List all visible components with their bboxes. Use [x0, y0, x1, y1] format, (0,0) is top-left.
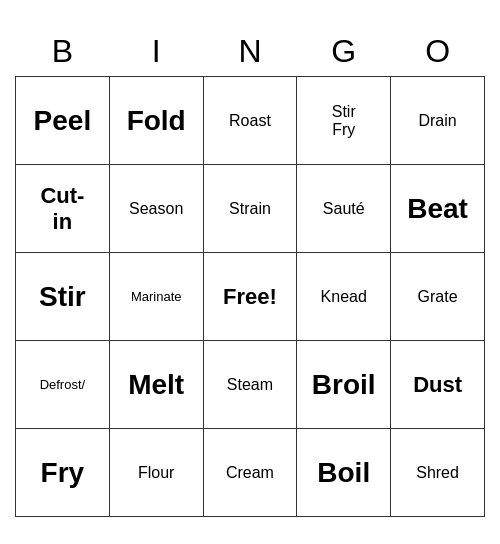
- bingo-cell-2-4: Grate: [391, 253, 485, 341]
- bingo-row-4: FryFlourCreamBoilShred: [16, 429, 485, 517]
- bingo-cell-3-4: Dust: [391, 341, 485, 429]
- bingo-cell-4-0: Fry: [16, 429, 110, 517]
- bingo-cell-1-4: Beat: [391, 165, 485, 253]
- bingo-cell-1-1: Season: [109, 165, 203, 253]
- bingo-row-2: StirMarinateFree!KneadGrate: [16, 253, 485, 341]
- header-letter-i: I: [109, 27, 203, 77]
- bingo-card: BINGO PeelFoldRoastStirFryDrainCut-inSea…: [15, 27, 485, 517]
- bingo-cell-2-2: Free!: [203, 253, 297, 341]
- bingo-cell-4-4: Shred: [391, 429, 485, 517]
- header-letter-g: G: [297, 27, 391, 77]
- bingo-cell-3-2: Steam: [203, 341, 297, 429]
- header-letter-o: O: [391, 27, 485, 77]
- bingo-cell-0-2: Roast: [203, 77, 297, 165]
- bingo-cell-1-2: Strain: [203, 165, 297, 253]
- bingo-cell-2-0: Stir: [16, 253, 110, 341]
- bingo-cell-0-0: Peel: [16, 77, 110, 165]
- bingo-row-3: Defrost/MeltSteamBroilDust: [16, 341, 485, 429]
- header-row: BINGO: [16, 27, 485, 77]
- bingo-cell-0-1: Fold: [109, 77, 203, 165]
- bingo-cell-1-0: Cut-in: [16, 165, 110, 253]
- bingo-cell-3-0: Defrost/: [16, 341, 110, 429]
- bingo-cell-4-2: Cream: [203, 429, 297, 517]
- bingo-cell-4-1: Flour: [109, 429, 203, 517]
- bingo-row-1: Cut-inSeasonStrainSautéBeat: [16, 165, 485, 253]
- bingo-cell-3-1: Melt: [109, 341, 203, 429]
- bingo-cell-0-4: Drain: [391, 77, 485, 165]
- bingo-cell-2-1: Marinate: [109, 253, 203, 341]
- bingo-cell-3-3: Broil: [297, 341, 391, 429]
- bingo-cell-4-3: Boil: [297, 429, 391, 517]
- bingo-cell-2-3: Knead: [297, 253, 391, 341]
- header-letter-n: N: [203, 27, 297, 77]
- bingo-row-0: PeelFoldRoastStirFryDrain: [16, 77, 485, 165]
- bingo-cell-0-3: StirFry: [297, 77, 391, 165]
- bingo-cell-1-3: Sauté: [297, 165, 391, 253]
- header-letter-b: B: [16, 27, 110, 77]
